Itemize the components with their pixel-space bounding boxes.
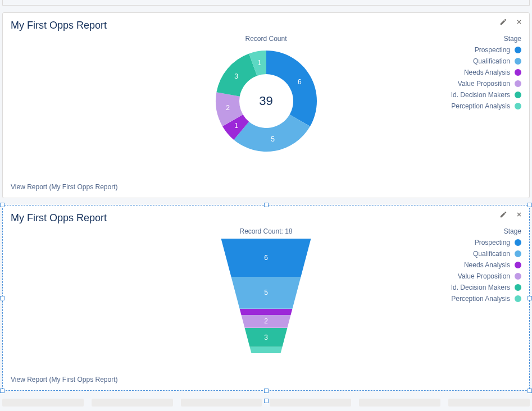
resize-handle[interactable]: [0, 296, 4, 300]
resize-handle[interactable]: [264, 399, 269, 403]
legend-swatch: [515, 262, 521, 268]
funnel-chart: 6523: [216, 239, 317, 353]
edit-icon[interactable]: [499, 17, 508, 26]
legend-item[interactable]: Value Proposition: [451, 80, 521, 88]
legend-label: Needs Analysis: [464, 261, 510, 269]
legend-item[interactable]: Needs Analysis: [451, 261, 521, 269]
legend-label: Prospecting: [475, 46, 510, 54]
legend-item[interactable]: Perception Analysis: [451, 102, 521, 110]
placeholder-card: [270, 399, 351, 407]
legend-label: Needs Analysis: [464, 68, 510, 76]
view-report-link[interactable]: View Report (My First Opps Report): [11, 376, 521, 383]
funnel-value: 2: [264, 317, 268, 325]
placeholder-card: [448, 399, 530, 407]
panel-title: My First Opps Report: [11, 20, 521, 31]
close-icon[interactable]: [515, 17, 524, 26]
report-panel-funnel[interactable]: My First Opps Report Record Count: 18 65…: [2, 205, 530, 391]
placeholder-card: [92, 399, 173, 407]
donut-total: 39: [211, 46, 321, 156]
view-report-link[interactable]: View Report (My First Opps Report): [11, 183, 521, 191]
legend-label: Perception Analysis: [451, 295, 510, 303]
legend-swatch: [515, 47, 521, 53]
donut-chart: 39 651231: [211, 46, 321, 156]
funnel-value: 3: [264, 334, 268, 341]
legend-swatch: [515, 92, 521, 98]
legend-item[interactable]: Qualification: [451, 250, 521, 258]
funnel-legend: Stage ProspectingQualificationNeeds Anal…: [451, 227, 521, 306]
edit-icon[interactable]: [499, 210, 508, 219]
resize-handle[interactable]: [528, 203, 532, 207]
legend-swatch: [515, 103, 521, 109]
legend-item[interactable]: Needs Analysis: [451, 68, 521, 76]
chart-subtitle: Record Count: [245, 35, 287, 43]
resize-handle[interactable]: [264, 203, 269, 207]
legend-swatch: [515, 239, 521, 246]
panel-title: My First Opps Report: [11, 212, 521, 224]
resize-handle[interactable]: [0, 389, 4, 393]
legend-swatch: [515, 284, 521, 291]
resize-handle[interactable]: [528, 389, 532, 393]
toolbar-placeholder: [2, 0, 530, 6]
legend-item[interactable]: Prospecting: [451, 239, 521, 246]
funnel-value: 5: [264, 289, 268, 296]
legend-swatch: [515, 58, 521, 65]
legend-item[interactable]: Perception Analysis: [451, 295, 521, 303]
legend-title: Stage: [451, 35, 521, 43]
funnel-segment[interactable]: [216, 309, 317, 315]
donut-legend: Stage ProspectingQualificationNeeds Anal…: [451, 35, 521, 113]
resize-handle[interactable]: [528, 296, 532, 300]
chart-subtitle: Record Count: 18: [239, 227, 292, 235]
legend-label: Id. Decision Makers: [451, 284, 510, 291]
placeholder-card: [2, 399, 84, 407]
placeholder-card: [359, 399, 440, 407]
legend-title: Stage: [451, 227, 521, 235]
report-panel-donut: My First Opps Report Record Count 39 651…: [2, 12, 530, 198]
legend-label: Value Proposition: [458, 80, 510, 88]
resize-handle[interactable]: [0, 203, 4, 207]
legend-swatch: [515, 80, 521, 87]
legend-item[interactable]: Id. Decision Makers: [451, 284, 521, 291]
legend-item[interactable]: Id. Decision Makers: [451, 91, 521, 99]
legend-label: Value Proposition: [458, 272, 510, 280]
legend-swatch: [515, 69, 521, 76]
legend-label: Perception Analysis: [451, 102, 510, 110]
legend-label: Id. Decision Makers: [451, 91, 510, 99]
legend-label: Prospecting: [475, 239, 510, 246]
close-icon[interactable]: [515, 210, 524, 219]
funnel-value: 6: [264, 254, 268, 262]
placeholder-card: [181, 399, 262, 407]
legend-label: Qualification: [473, 250, 510, 258]
legend-swatch: [515, 295, 521, 302]
resize-handle[interactable]: [264, 389, 269, 393]
legend-item[interactable]: Value Proposition: [451, 272, 521, 280]
legend-item[interactable]: Prospecting: [451, 46, 521, 54]
legend-swatch: [515, 273, 521, 280]
funnel-segment[interactable]: [216, 347, 317, 353]
legend-label: Qualification: [473, 57, 510, 65]
legend-swatch: [515, 250, 521, 257]
legend-item[interactable]: Qualification: [451, 57, 521, 65]
